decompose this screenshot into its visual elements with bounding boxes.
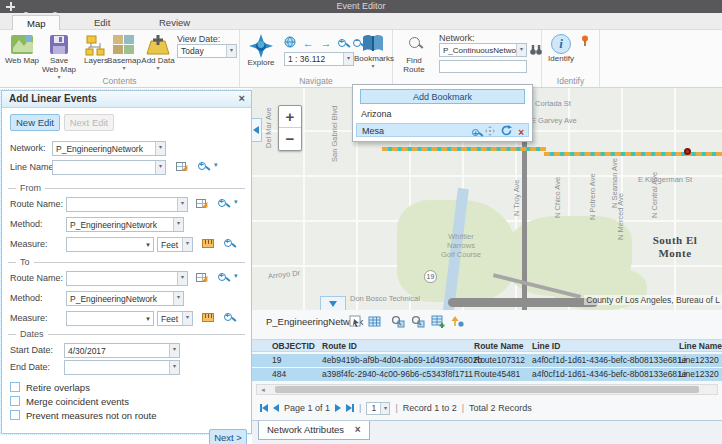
map-zoom-in-button[interactable]: +	[279, 106, 301, 128]
table-row[interactable]: 19 4eb9419b-af9b-4d04-ab69-1d493476802b …	[252, 354, 722, 367]
from-measure-zoom-icon[interactable]	[224, 239, 232, 247]
to-method-combo[interactable]: P_EngineeringNetwork ▾	[66, 291, 184, 306]
forward-arrow-icon[interactable]: →	[321, 37, 332, 49]
table-row[interactable]: 484 a398f4fc-2940-4c00-96b6-c5343f8f1711…	[252, 368, 722, 381]
column-route-name[interactable]: Route Name	[474, 340, 524, 353]
tab-close-icon[interactable]: ×	[355, 424, 361, 435]
column-route-id[interactable]: Route ID	[322, 340, 357, 353]
to-measure-caret-icon[interactable]: ▾	[143, 315, 153, 323]
bookmarks-button[interactable]: Bookmarks ▾	[354, 34, 392, 68]
to-unit-caret-icon[interactable]: ▾	[182, 312, 192, 325]
from-unit-combo[interactable]: Feet ▾	[157, 237, 193, 252]
from-route-zoom-icon[interactable]	[218, 199, 226, 207]
select-records-icon[interactable]	[349, 315, 363, 328]
column-line-name[interactable]: Line Name	[679, 340, 722, 353]
map-zoom-out-button[interactable]: −	[279, 128, 301, 150]
bookmark-delete-icon[interactable]: ×	[518, 128, 524, 138]
page-select-caret-icon[interactable]: ▾	[380, 403, 389, 414]
line-zoom-caret-icon[interactable]: ▾	[214, 161, 218, 169]
tab-map[interactable]: Map	[12, 15, 60, 30]
map-zoom-in-icon[interactable]	[338, 39, 346, 47]
to-route-caret-icon[interactable]: ▾	[177, 272, 187, 285]
pan-to-selected-icon[interactable]	[411, 315, 425, 328]
to-measure-zoom-icon[interactable]	[224, 313, 232, 321]
table-view-icon[interactable]	[368, 315, 382, 328]
explore-button[interactable]: Explore	[244, 34, 278, 68]
from-route-select-on-map-icon[interactable]	[196, 199, 210, 212]
add-bookmark-button[interactable]: Add Bookmark	[360, 89, 525, 104]
from-method-caret-icon[interactable]: ▾	[173, 218, 183, 231]
add-selected-to-table-icon[interactable]	[431, 315, 445, 328]
tab-review[interactable]: Review	[145, 15, 204, 30]
to-measure-input[interactable]: ▾	[66, 311, 154, 326]
next-page-button[interactable]	[335, 404, 341, 412]
to-route-zoom-icon[interactable]	[218, 273, 226, 281]
next-button[interactable]: Next >	[209, 429, 247, 444]
to-route-name-combo[interactable]: ▾	[66, 271, 188, 286]
sort-icon[interactable]	[451, 315, 465, 328]
web-map-button[interactable]: Web Map	[4, 34, 40, 66]
from-route-zoom-caret-icon[interactable]: ▾	[234, 198, 238, 206]
new-edit-button[interactable]: New Edit	[10, 114, 60, 131]
panel-network-caret-icon[interactable]: ▾	[155, 142, 165, 155]
network-attributes-tab[interactable]: Network Attributes ×	[258, 421, 370, 440]
bookmark-item-mesa[interactable]: Mesa ×	[356, 123, 529, 137]
retire-overlaps-checkbox[interactable]	[10, 382, 20, 392]
pushpin-icon[interactable]	[580, 35, 590, 49]
line-zoom-icon[interactable]	[198, 162, 206, 170]
to-method-caret-icon[interactable]: ▾	[173, 292, 183, 305]
bookmark-refresh-icon[interactable]	[501, 125, 512, 140]
from-measure-caret-icon[interactable]: ▾	[143, 241, 153, 249]
basemap-button[interactable]: Basemap ▾	[106, 34, 142, 70]
scale-combo[interactable]: 1 : 36.112 ▾	[284, 52, 354, 66]
to-unit-combo[interactable]: Feet ▾	[157, 311, 193, 326]
page-select-combo[interactable]: 1 ▾	[366, 402, 390, 415]
line-name-caret-icon[interactable]: ▾	[155, 161, 165, 174]
to-route-select-on-map-icon[interactable]	[196, 273, 210, 286]
column-objectid[interactable]: OBJECTID	[272, 340, 315, 353]
from-measure-input[interactable]: ▾	[66, 237, 154, 252]
back-arrow-icon[interactable]: ←	[303, 37, 314, 49]
start-date-caret-icon[interactable]: ▾	[169, 344, 179, 357]
tab-edit[interactable]: Edit	[80, 15, 124, 30]
from-route-name-combo[interactable]: ▾	[66, 197, 188, 212]
horizontal-scrollbar[interactable]: ◄	[256, 384, 718, 395]
bookmark-pan-icon[interactable]	[485, 126, 495, 140]
globe-icon[interactable]	[284, 36, 296, 50]
bookmark-zoom-icon[interactable]	[472, 129, 479, 136]
end-date-caret-icon[interactable]: ▾	[169, 361, 179, 374]
view-date-combo[interactable]: Today ▾	[177, 44, 237, 58]
collapse-table-button[interactable]	[320, 296, 346, 310]
from-measure-tool-icon[interactable]	[202, 239, 216, 252]
collapse-panel-button[interactable]	[252, 118, 262, 142]
panel-network-combo[interactable]: P_EngineeringNetwork ▾	[52, 141, 166, 156]
scale-caret-icon[interactable]: ▾	[343, 53, 353, 65]
route-highlight-segment[interactable]	[544, 152, 722, 156]
identify-button[interactable]: i Identify	[544, 34, 578, 64]
network-caret-icon[interactable]: ▾	[516, 44, 526, 56]
view-date-caret-icon[interactable]: ▾	[226, 45, 236, 57]
line-select-on-map-icon[interactable]	[176, 162, 190, 175]
from-route-caret-icon[interactable]: ▾	[177, 198, 187, 211]
binoculars-icon[interactable]	[530, 44, 542, 57]
route-highlight-segment[interactable]	[382, 147, 546, 151]
scrollbar-thumb[interactable]	[275, 386, 699, 393]
panel-close-icon[interactable]: ×	[239, 92, 245, 104]
route-point-marker[interactable]	[684, 148, 691, 155]
next-edit-button[interactable]: Next Edit	[64, 114, 114, 131]
network-combo[interactable]: P_ContinuousNetwork ▾	[439, 43, 527, 57]
save-web-map-button[interactable]: Save Web Map ▾	[41, 34, 77, 79]
find-route-button[interactable]: Find Route	[395, 34, 433, 75]
last-page-button[interactable]	[346, 404, 354, 412]
bookmark-item-arizona[interactable]: Arizona	[356, 107, 529, 121]
prevent-measures-checkbox[interactable]	[10, 410, 20, 420]
zoom-to-selected-icon[interactable]	[391, 315, 405, 328]
line-name-combo[interactable]: ▾	[52, 160, 166, 175]
scroll-left-icon[interactable]: ◄	[260, 387, 266, 393]
column-line-id[interactable]: Line ID	[532, 340, 560, 353]
end-date-combo[interactable]: ▾	[64, 360, 180, 375]
previous-page-button[interactable]	[273, 404, 279, 412]
start-date-combo[interactable]: 4/30/2017 ▾	[64, 343, 180, 358]
add-data-button[interactable]: Add Data ▾	[140, 34, 176, 70]
route-search-input[interactable]	[439, 60, 527, 73]
